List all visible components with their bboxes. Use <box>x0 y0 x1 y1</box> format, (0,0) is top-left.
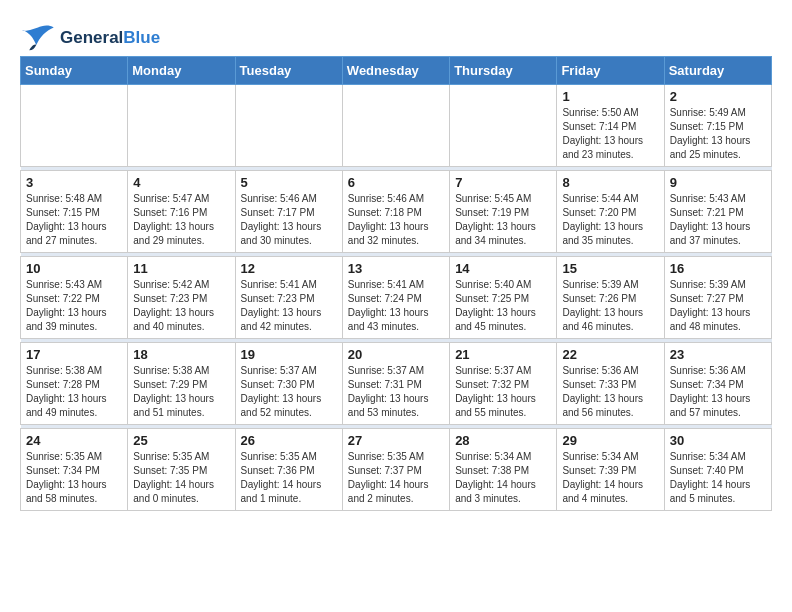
day-number: 10 <box>26 261 122 276</box>
day-info: Sunrise: 5:49 AM Sunset: 7:15 PM Dayligh… <box>670 106 766 162</box>
day-number: 4 <box>133 175 229 190</box>
calendar-day-cell: 24Sunrise: 5:35 AM Sunset: 7:34 PM Dayli… <box>21 429 128 511</box>
calendar-day-cell: 3Sunrise: 5:48 AM Sunset: 7:15 PM Daylig… <box>21 171 128 253</box>
day-number: 30 <box>670 433 766 448</box>
day-number: 12 <box>241 261 337 276</box>
day-info: Sunrise: 5:34 AM Sunset: 7:38 PM Dayligh… <box>455 450 551 506</box>
calendar-day-cell: 20Sunrise: 5:37 AM Sunset: 7:31 PM Dayli… <box>342 343 449 425</box>
calendar-day-cell: 14Sunrise: 5:40 AM Sunset: 7:25 PM Dayli… <box>450 257 557 339</box>
day-number: 14 <box>455 261 551 276</box>
page-container: GeneralBlue SundayMondayTuesdayWednesday… <box>20 16 772 511</box>
day-info: Sunrise: 5:40 AM Sunset: 7:25 PM Dayligh… <box>455 278 551 334</box>
day-info: Sunrise: 5:35 AM Sunset: 7:37 PM Dayligh… <box>348 450 444 506</box>
day-number: 22 <box>562 347 658 362</box>
calendar-week-row: 17Sunrise: 5:38 AM Sunset: 7:28 PM Dayli… <box>21 343 772 425</box>
calendar-week-row: 3Sunrise: 5:48 AM Sunset: 7:15 PM Daylig… <box>21 171 772 253</box>
logo: GeneralBlue <box>20 24 160 52</box>
calendar-day-cell: 9Sunrise: 5:43 AM Sunset: 7:21 PM Daylig… <box>664 171 771 253</box>
day-number: 6 <box>348 175 444 190</box>
day-number: 28 <box>455 433 551 448</box>
weekday-header-sunday: Sunday <box>21 57 128 85</box>
day-number: 9 <box>670 175 766 190</box>
calendar-day-cell: 16Sunrise: 5:39 AM Sunset: 7:27 PM Dayli… <box>664 257 771 339</box>
weekday-header-thursday: Thursday <box>450 57 557 85</box>
day-info: Sunrise: 5:34 AM Sunset: 7:39 PM Dayligh… <box>562 450 658 506</box>
day-info: Sunrise: 5:44 AM Sunset: 7:20 PM Dayligh… <box>562 192 658 248</box>
day-info: Sunrise: 5:39 AM Sunset: 7:26 PM Dayligh… <box>562 278 658 334</box>
day-info: Sunrise: 5:37 AM Sunset: 7:30 PM Dayligh… <box>241 364 337 420</box>
calendar-day-cell: 27Sunrise: 5:35 AM Sunset: 7:37 PM Dayli… <box>342 429 449 511</box>
day-info: Sunrise: 5:41 AM Sunset: 7:24 PM Dayligh… <box>348 278 444 334</box>
calendar-day-cell: 12Sunrise: 5:41 AM Sunset: 7:23 PM Dayli… <box>235 257 342 339</box>
day-number: 13 <box>348 261 444 276</box>
calendar-day-cell: 28Sunrise: 5:34 AM Sunset: 7:38 PM Dayli… <box>450 429 557 511</box>
day-number: 11 <box>133 261 229 276</box>
weekday-header-monday: Monday <box>128 57 235 85</box>
weekday-header-row: SundayMondayTuesdayWednesdayThursdayFrid… <box>21 57 772 85</box>
calendar-day-cell: 25Sunrise: 5:35 AM Sunset: 7:35 PM Dayli… <box>128 429 235 511</box>
day-number: 3 <box>26 175 122 190</box>
day-number: 17 <box>26 347 122 362</box>
day-number: 8 <box>562 175 658 190</box>
calendar-day-cell: 1Sunrise: 5:50 AM Sunset: 7:14 PM Daylig… <box>557 85 664 167</box>
weekday-header-wednesday: Wednesday <box>342 57 449 85</box>
calendar-day-cell: 23Sunrise: 5:36 AM Sunset: 7:34 PM Dayli… <box>664 343 771 425</box>
empty-day-cell <box>342 85 449 167</box>
weekday-header-saturday: Saturday <box>664 57 771 85</box>
day-number: 21 <box>455 347 551 362</box>
calendar-day-cell: 5Sunrise: 5:46 AM Sunset: 7:17 PM Daylig… <box>235 171 342 253</box>
calendar-day-cell: 18Sunrise: 5:38 AM Sunset: 7:29 PM Dayli… <box>128 343 235 425</box>
day-number: 20 <box>348 347 444 362</box>
calendar-day-cell: 7Sunrise: 5:45 AM Sunset: 7:19 PM Daylig… <box>450 171 557 253</box>
day-number: 1 <box>562 89 658 104</box>
logo-text: GeneralBlue <box>60 28 160 48</box>
day-info: Sunrise: 5:42 AM Sunset: 7:23 PM Dayligh… <box>133 278 229 334</box>
day-number: 26 <box>241 433 337 448</box>
day-number: 16 <box>670 261 766 276</box>
day-info: Sunrise: 5:38 AM Sunset: 7:29 PM Dayligh… <box>133 364 229 420</box>
logo-icon <box>20 24 56 52</box>
day-info: Sunrise: 5:35 AM Sunset: 7:35 PM Dayligh… <box>133 450 229 506</box>
calendar-day-cell: 17Sunrise: 5:38 AM Sunset: 7:28 PM Dayli… <box>21 343 128 425</box>
calendar-day-cell: 26Sunrise: 5:35 AM Sunset: 7:36 PM Dayli… <box>235 429 342 511</box>
day-info: Sunrise: 5:37 AM Sunset: 7:31 PM Dayligh… <box>348 364 444 420</box>
day-info: Sunrise: 5:41 AM Sunset: 7:23 PM Dayligh… <box>241 278 337 334</box>
day-info: Sunrise: 5:43 AM Sunset: 7:22 PM Dayligh… <box>26 278 122 334</box>
calendar-day-cell: 10Sunrise: 5:43 AM Sunset: 7:22 PM Dayli… <box>21 257 128 339</box>
day-number: 7 <box>455 175 551 190</box>
day-info: Sunrise: 5:34 AM Sunset: 7:40 PM Dayligh… <box>670 450 766 506</box>
calendar-day-cell: 29Sunrise: 5:34 AM Sunset: 7:39 PM Dayli… <box>557 429 664 511</box>
calendar-day-cell: 8Sunrise: 5:44 AM Sunset: 7:20 PM Daylig… <box>557 171 664 253</box>
empty-day-cell <box>21 85 128 167</box>
day-number: 25 <box>133 433 229 448</box>
calendar-day-cell: 15Sunrise: 5:39 AM Sunset: 7:26 PM Dayli… <box>557 257 664 339</box>
day-number: 29 <box>562 433 658 448</box>
calendar-week-row: 10Sunrise: 5:43 AM Sunset: 7:22 PM Dayli… <box>21 257 772 339</box>
day-info: Sunrise: 5:46 AM Sunset: 7:18 PM Dayligh… <box>348 192 444 248</box>
day-number: 24 <box>26 433 122 448</box>
day-info: Sunrise: 5:46 AM Sunset: 7:17 PM Dayligh… <box>241 192 337 248</box>
weekday-header-friday: Friday <box>557 57 664 85</box>
day-info: Sunrise: 5:48 AM Sunset: 7:15 PM Dayligh… <box>26 192 122 248</box>
day-number: 18 <box>133 347 229 362</box>
calendar-day-cell: 4Sunrise: 5:47 AM Sunset: 7:16 PM Daylig… <box>128 171 235 253</box>
empty-day-cell <box>450 85 557 167</box>
day-number: 27 <box>348 433 444 448</box>
calendar-day-cell: 13Sunrise: 5:41 AM Sunset: 7:24 PM Dayli… <box>342 257 449 339</box>
empty-day-cell <box>128 85 235 167</box>
calendar-day-cell: 22Sunrise: 5:36 AM Sunset: 7:33 PM Dayli… <box>557 343 664 425</box>
day-info: Sunrise: 5:37 AM Sunset: 7:32 PM Dayligh… <box>455 364 551 420</box>
day-info: Sunrise: 5:36 AM Sunset: 7:33 PM Dayligh… <box>562 364 658 420</box>
calendar-week-row: 24Sunrise: 5:35 AM Sunset: 7:34 PM Dayli… <box>21 429 772 511</box>
day-info: Sunrise: 5:35 AM Sunset: 7:34 PM Dayligh… <box>26 450 122 506</box>
day-info: Sunrise: 5:38 AM Sunset: 7:28 PM Dayligh… <box>26 364 122 420</box>
calendar-day-cell: 2Sunrise: 5:49 AM Sunset: 7:15 PM Daylig… <box>664 85 771 167</box>
day-number: 5 <box>241 175 337 190</box>
calendar-day-cell: 11Sunrise: 5:42 AM Sunset: 7:23 PM Dayli… <box>128 257 235 339</box>
day-info: Sunrise: 5:35 AM Sunset: 7:36 PM Dayligh… <box>241 450 337 506</box>
day-info: Sunrise: 5:39 AM Sunset: 7:27 PM Dayligh… <box>670 278 766 334</box>
calendar-day-cell: 6Sunrise: 5:46 AM Sunset: 7:18 PM Daylig… <box>342 171 449 253</box>
day-info: Sunrise: 5:36 AM Sunset: 7:34 PM Dayligh… <box>670 364 766 420</box>
day-info: Sunrise: 5:43 AM Sunset: 7:21 PM Dayligh… <box>670 192 766 248</box>
calendar-table: SundayMondayTuesdayWednesdayThursdayFrid… <box>20 56 772 511</box>
